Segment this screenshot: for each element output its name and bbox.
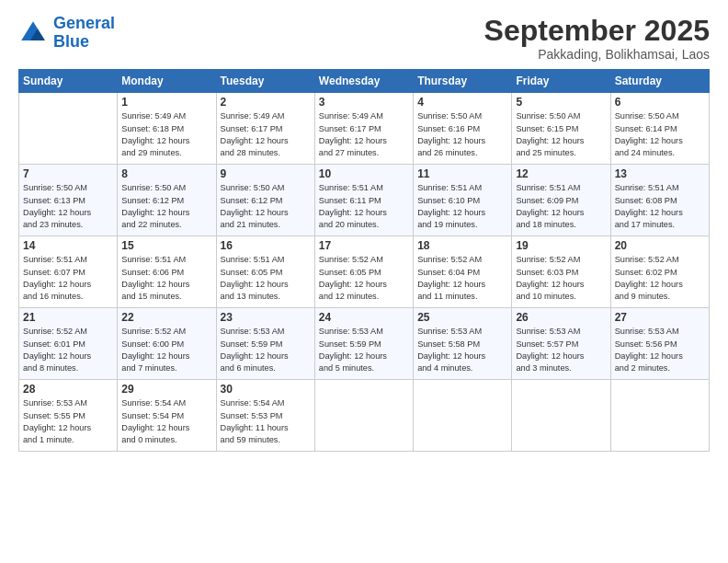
day-info: Sunrise: 5:52 AM Sunset: 6:04 PM Dayligh…	[417, 254, 507, 303]
day-number: 29	[121, 383, 211, 396]
calendar-day-cell: 19Sunrise: 5:52 AM Sunset: 6:03 PM Dayli…	[512, 236, 610, 308]
calendar-table: SundayMondayTuesdayWednesdayThursdayFrid…	[18, 69, 710, 452]
day-info: Sunrise: 5:51 AM Sunset: 6:05 PM Dayligh…	[221, 254, 311, 303]
day-info: Sunrise: 5:50 AM Sunset: 6:14 PM Dayligh…	[615, 110, 705, 159]
calendar-day-cell	[19, 93, 118, 165]
day-number: 14	[23, 239, 113, 252]
day-info: Sunrise: 5:49 AM Sunset: 6:18 PM Dayligh…	[121, 110, 211, 159]
calendar-day-cell: 28Sunrise: 5:53 AM Sunset: 5:55 PM Dayli…	[19, 380, 118, 452]
day-info: Sunrise: 5:52 AM Sunset: 6:02 PM Dayligh…	[615, 254, 705, 303]
calendar-day-cell: 22Sunrise: 5:52 AM Sunset: 6:00 PM Dayli…	[118, 308, 216, 380]
calendar-day-cell	[314, 380, 413, 452]
logo-icon	[18, 18, 48, 48]
calendar-day-cell	[414, 380, 512, 452]
calendar-day-cell: 10Sunrise: 5:51 AM Sunset: 6:11 PM Dayli…	[314, 165, 413, 236]
day-info: Sunrise: 5:53 AM Sunset: 5:59 PM Dayligh…	[319, 326, 409, 374]
day-number: 1	[121, 96, 211, 109]
calendar-day-cell: 5Sunrise: 5:50 AM Sunset: 6:15 PM Daylig…	[512, 93, 610, 165]
day-number: 27	[615, 311, 705, 324]
title-block: September 2025 Pakkading, Bolikhamsai, L…	[484, 15, 710, 62]
header-day-monday: Monday	[118, 70, 216, 93]
header-day-saturday: Saturday	[610, 70, 709, 93]
day-info: Sunrise: 5:54 AM Sunset: 5:54 PM Dayligh…	[121, 397, 211, 446]
calendar-week-row: 28Sunrise: 5:53 AM Sunset: 5:55 PM Dayli…	[19, 380, 710, 452]
calendar-day-cell: 17Sunrise: 5:52 AM Sunset: 6:05 PM Dayli…	[314, 236, 413, 308]
calendar-day-cell: 9Sunrise: 5:50 AM Sunset: 6:12 PM Daylig…	[216, 165, 314, 236]
day-number: 23	[221, 311, 311, 324]
calendar-header-row: SundayMondayTuesdayWednesdayThursdayFrid…	[19, 70, 710, 93]
day-info: Sunrise: 5:51 AM Sunset: 6:11 PM Dayligh…	[319, 182, 409, 231]
day-number: 24	[319, 311, 409, 324]
day-info: Sunrise: 5:52 AM Sunset: 6:05 PM Dayligh…	[319, 254, 409, 303]
day-number: 5	[516, 96, 606, 109]
day-info: Sunrise: 5:50 AM Sunset: 6:16 PM Dayligh…	[417, 110, 507, 159]
calendar-day-cell	[512, 380, 610, 452]
day-number: 4	[417, 96, 507, 109]
day-number: 7	[23, 167, 113, 180]
calendar-week-row: 21Sunrise: 5:52 AM Sunset: 6:01 PM Dayli…	[19, 308, 710, 380]
day-info: Sunrise: 5:51 AM Sunset: 6:07 PM Dayligh…	[23, 254, 113, 303]
calendar-week-row: 14Sunrise: 5:51 AM Sunset: 6:07 PM Dayli…	[19, 236, 710, 308]
day-number: 13	[615, 167, 705, 180]
day-number: 12	[516, 167, 606, 180]
calendar-day-cell: 11Sunrise: 5:51 AM Sunset: 6:10 PM Dayli…	[414, 165, 512, 236]
day-info: Sunrise: 5:50 AM Sunset: 6:12 PM Dayligh…	[221, 182, 311, 231]
calendar-week-row: 7Sunrise: 5:50 AM Sunset: 6:13 PM Daylig…	[19, 165, 710, 236]
day-info: Sunrise: 5:54 AM Sunset: 5:53 PM Dayligh…	[221, 397, 311, 446]
day-info: Sunrise: 5:50 AM Sunset: 6:15 PM Dayligh…	[516, 110, 606, 159]
calendar-day-cell: 7Sunrise: 5:50 AM Sunset: 6:13 PM Daylig…	[19, 165, 118, 236]
day-info: Sunrise: 5:49 AM Sunset: 6:17 PM Dayligh…	[221, 110, 311, 159]
logo-line1: General	[53, 14, 115, 32]
day-number: 22	[121, 311, 211, 324]
day-number: 6	[615, 96, 705, 109]
calendar-day-cell: 21Sunrise: 5:52 AM Sunset: 6:01 PM Dayli…	[19, 308, 118, 380]
calendar-day-cell: 15Sunrise: 5:51 AM Sunset: 6:06 PM Dayli…	[118, 236, 216, 308]
day-info: Sunrise: 5:53 AM Sunset: 5:58 PM Dayligh…	[417, 326, 507, 374]
day-info: Sunrise: 5:51 AM Sunset: 6:06 PM Dayligh…	[121, 254, 211, 303]
calendar-day-cell: 23Sunrise: 5:53 AM Sunset: 5:59 PM Dayli…	[216, 308, 314, 380]
page-container: General Blue September 2025 Pakkading, B…	[0, 0, 728, 461]
calendar-day-cell: 12Sunrise: 5:51 AM Sunset: 6:09 PM Dayli…	[512, 165, 610, 236]
day-number: 28	[23, 383, 113, 396]
calendar-day-cell: 13Sunrise: 5:51 AM Sunset: 6:08 PM Dayli…	[610, 165, 709, 236]
day-number: 2	[221, 96, 311, 109]
header-day-friday: Friday	[512, 70, 610, 93]
calendar-day-cell: 26Sunrise: 5:53 AM Sunset: 5:57 PM Dayli…	[512, 308, 610, 380]
calendar-day-cell: 16Sunrise: 5:51 AM Sunset: 6:05 PM Dayli…	[216, 236, 314, 308]
day-info: Sunrise: 5:52 AM Sunset: 6:00 PM Dayligh…	[121, 326, 211, 374]
header-day-wednesday: Wednesday	[314, 70, 413, 93]
day-info: Sunrise: 5:50 AM Sunset: 6:12 PM Dayligh…	[121, 182, 211, 231]
day-number: 18	[417, 239, 507, 252]
calendar-day-cell: 29Sunrise: 5:54 AM Sunset: 5:54 PM Dayli…	[118, 380, 216, 452]
location-subtitle: Pakkading, Bolikhamsai, Laos	[484, 47, 710, 62]
calendar-day-cell: 6Sunrise: 5:50 AM Sunset: 6:14 PM Daylig…	[610, 93, 709, 165]
day-number: 19	[516, 239, 606, 252]
day-info: Sunrise: 5:51 AM Sunset: 6:10 PM Dayligh…	[417, 182, 507, 231]
calendar-body: 1Sunrise: 5:49 AM Sunset: 6:18 PM Daylig…	[19, 93, 710, 452]
day-info: Sunrise: 5:53 AM Sunset: 5:59 PM Dayligh…	[221, 326, 311, 374]
logo: General Blue	[18, 15, 115, 52]
day-info: Sunrise: 5:52 AM Sunset: 6:01 PM Dayligh…	[23, 326, 113, 374]
calendar-day-cell	[610, 380, 709, 452]
logo-text: General Blue	[53, 15, 115, 52]
calendar-day-cell: 1Sunrise: 5:49 AM Sunset: 6:18 PM Daylig…	[118, 93, 216, 165]
header-day-sunday: Sunday	[19, 70, 118, 93]
day-number: 25	[417, 311, 507, 324]
day-number: 8	[121, 167, 211, 180]
day-number: 30	[221, 383, 311, 396]
day-info: Sunrise: 5:52 AM Sunset: 6:03 PM Dayligh…	[516, 254, 606, 303]
day-number: 16	[221, 239, 311, 252]
calendar-day-cell: 2Sunrise: 5:49 AM Sunset: 6:17 PM Daylig…	[216, 93, 314, 165]
day-info: Sunrise: 5:50 AM Sunset: 6:13 PM Dayligh…	[23, 182, 113, 231]
day-info: Sunrise: 5:53 AM Sunset: 5:57 PM Dayligh…	[516, 326, 606, 374]
header-day-thursday: Thursday	[414, 70, 512, 93]
calendar-day-cell: 25Sunrise: 5:53 AM Sunset: 5:58 PM Dayli…	[414, 308, 512, 380]
day-number: 15	[121, 239, 211, 252]
calendar-day-cell: 4Sunrise: 5:50 AM Sunset: 6:16 PM Daylig…	[414, 93, 512, 165]
month-title: September 2025	[484, 15, 710, 47]
calendar-day-cell: 24Sunrise: 5:53 AM Sunset: 5:59 PM Dayli…	[314, 308, 413, 380]
calendar-day-cell: 27Sunrise: 5:53 AM Sunset: 5:56 PM Dayli…	[610, 308, 709, 380]
day-number: 11	[417, 167, 507, 180]
day-number: 17	[319, 239, 409, 252]
day-number: 21	[23, 311, 113, 324]
